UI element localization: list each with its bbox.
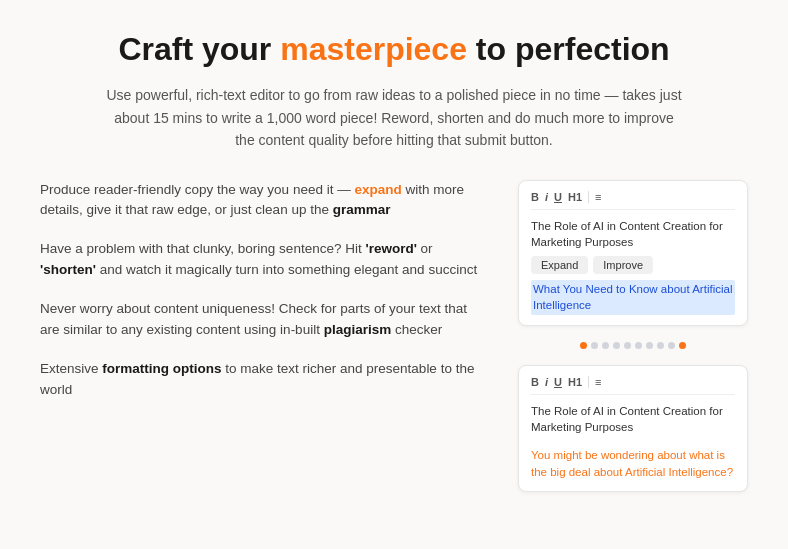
feature-2-shorten: 'shorten' [40, 262, 96, 277]
editor-panels: B i U H1 ≡ The Role of AI in Content Cre… [518, 180, 748, 492]
dot-active-1[interactable] [580, 342, 587, 349]
feature-item-2: Have a problem with that clunky, boring … [40, 239, 488, 281]
title-suffix: to perfection [467, 31, 670, 67]
editor-2-title: The Role of AI in Content Creation for M… [531, 403, 735, 435]
feature-1-text: Produce reader-friendly copy the way you… [40, 182, 464, 218]
editor-card-1: B i U H1 ≡ The Role of AI in Content Cre… [518, 180, 748, 327]
title-accent: masterpiece [280, 31, 467, 67]
feature-1-grammar: grammar [333, 202, 391, 217]
feature-3-plagiarism: plagiarism [324, 322, 392, 337]
editor-1-body: What You Need to Know about Artificial I… [531, 280, 735, 315]
expand-improve-row: Expand Improve [531, 256, 735, 274]
feature-4-formatting: formatting options [102, 361, 221, 376]
feature-2-reword: 'reword' [365, 241, 416, 256]
editor-2-body: You might be wondering about what is the… [531, 447, 735, 480]
toolbar-italic-2[interactable]: i [545, 376, 548, 388]
toolbar-divider-1 [588, 191, 589, 203]
dot-7[interactable] [646, 342, 653, 349]
editor-toolbar-2: B i U H1 ≡ [531, 376, 735, 395]
toolbar-list-2[interactable]: ≡ [595, 376, 601, 388]
toolbar-h1-2[interactable]: H1 [568, 376, 582, 388]
editor-toolbar-1: B i U H1 ≡ [531, 191, 735, 210]
feature-item-1: Produce reader-friendly copy the way you… [40, 180, 488, 222]
editor-1-title: The Role of AI in Content Creation for M… [531, 218, 735, 250]
editor-card-2: B i U H1 ≡ The Role of AI in Content Cre… [518, 365, 748, 492]
title-prefix: Craft your [118, 31, 280, 67]
dot-active-10[interactable] [679, 342, 686, 349]
improve-button[interactable]: Improve [593, 256, 653, 274]
dot-4[interactable] [613, 342, 620, 349]
dot-8[interactable] [657, 342, 664, 349]
toolbar-italic-1[interactable]: i [545, 191, 548, 203]
toolbar-bold-1[interactable]: B [531, 191, 539, 203]
feature-2-text: Have a problem with that clunky, boring … [40, 241, 477, 277]
dot-2[interactable] [591, 342, 598, 349]
toolbar-underline-2[interactable]: U [554, 376, 562, 388]
dot-9[interactable] [668, 342, 675, 349]
dot-3[interactable] [602, 342, 609, 349]
toolbar-bold-2[interactable]: B [531, 376, 539, 388]
feature-4-text: Extensive formatting options to make tex… [40, 361, 474, 397]
toolbar-h1-1[interactable]: H1 [568, 191, 582, 203]
toolbar-underline-1[interactable]: U [554, 191, 562, 203]
dot-5[interactable] [624, 342, 631, 349]
feature-1-expand: expand [354, 182, 401, 197]
features-list: Produce reader-friendly copy the way you… [40, 180, 488, 401]
main-content: Produce reader-friendly copy the way you… [40, 180, 748, 492]
feature-item-4: Extensive formatting options to make tex… [40, 359, 488, 401]
feature-item-3: Never worry about content uniqueness! Ch… [40, 299, 488, 341]
feature-3-text: Never worry about content uniqueness! Ch… [40, 301, 467, 337]
hero-subtitle: Use powerful, rich-text editor to go fro… [104, 84, 684, 151]
expand-button[interactable]: Expand [531, 256, 588, 274]
hero-title: Craft your masterpiece to perfection [40, 30, 748, 68]
dot-6[interactable] [635, 342, 642, 349]
page: Craft your masterpiece to perfection Use… [0, 0, 788, 522]
dots-navigation [518, 336, 748, 355]
toolbar-divider-2 [588, 376, 589, 388]
toolbar-list-1[interactable]: ≡ [595, 191, 601, 203]
